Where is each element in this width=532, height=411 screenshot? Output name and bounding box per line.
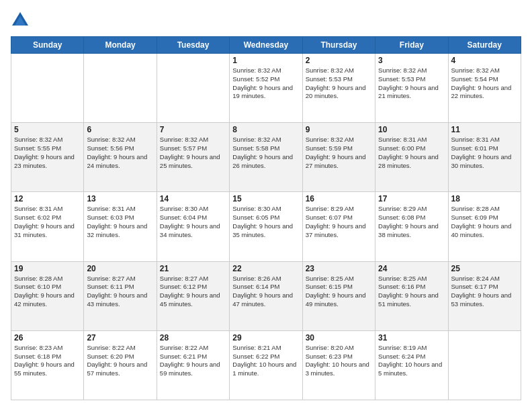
day-info: Sunrise: 8:23 AM Sunset: 6:18 PM Dayligh… xyxy=(14,344,81,378)
calendar-cell: 5Sunrise: 8:32 AM Sunset: 5:55 PM Daylig… xyxy=(11,123,84,192)
calendar-cell xyxy=(448,330,521,400)
calendar-cell: 30Sunrise: 8:20 AM Sunset: 6:23 PM Dayli… xyxy=(302,330,375,400)
calendar-cell: 3Sunrise: 8:32 AM Sunset: 5:53 PM Daylig… xyxy=(375,54,448,123)
calendar-cell: 19Sunrise: 8:28 AM Sunset: 6:10 PM Dayli… xyxy=(11,261,84,330)
day-info: Sunrise: 8:29 AM Sunset: 6:07 PM Dayligh… xyxy=(306,205,372,239)
calendar-cell: 21Sunrise: 8:27 AM Sunset: 6:12 PM Dayli… xyxy=(157,261,229,330)
day-number: 16 xyxy=(306,194,372,203)
header xyxy=(11,11,521,30)
day-info: Sunrise: 8:32 AM Sunset: 5:53 PM Dayligh… xyxy=(306,66,372,101)
day-info: Sunrise: 8:22 AM Sunset: 6:20 PM Dayligh… xyxy=(87,344,153,378)
day-number: 9 xyxy=(306,125,372,134)
calendar-cell: 2Sunrise: 8:32 AM Sunset: 5:53 PM Daylig… xyxy=(302,54,375,123)
calendar-cell: 24Sunrise: 8:25 AM Sunset: 6:16 PM Dayli… xyxy=(375,261,448,330)
calendar-cell: 22Sunrise: 8:26 AM Sunset: 6:14 PM Dayli… xyxy=(230,261,302,330)
calendar-cell: 29Sunrise: 8:21 AM Sunset: 6:22 PM Dayli… xyxy=(230,330,302,400)
calendar-week-row: 1Sunrise: 8:32 AM Sunset: 5:52 PM Daylig… xyxy=(11,54,521,123)
day-info: Sunrise: 8:19 AM Sunset: 6:24 PM Dayligh… xyxy=(378,344,445,378)
day-number: 18 xyxy=(451,194,518,203)
calendar-cell: 20Sunrise: 8:27 AM Sunset: 6:11 PM Dayli… xyxy=(84,261,157,330)
day-number: 25 xyxy=(451,264,518,273)
day-info: Sunrise: 8:20 AM Sunset: 6:23 PM Dayligh… xyxy=(306,344,372,378)
calendar-cell: 14Sunrise: 8:30 AM Sunset: 6:04 PM Dayli… xyxy=(157,192,229,261)
day-info: Sunrise: 8:32 AM Sunset: 5:55 PM Dayligh… xyxy=(14,136,81,170)
calendar-cell: 11Sunrise: 8:31 AM Sunset: 6:01 PM Dayli… xyxy=(448,123,521,192)
calendar-cell: 10Sunrise: 8:31 AM Sunset: 6:00 PM Dayli… xyxy=(375,123,448,192)
day-number: 31 xyxy=(378,333,445,342)
day-number: 11 xyxy=(451,125,518,134)
day-info: Sunrise: 8:28 AM Sunset: 6:09 PM Dayligh… xyxy=(451,205,518,239)
day-info: Sunrise: 8:32 AM Sunset: 5:57 PM Dayligh… xyxy=(160,136,226,170)
page: SundayMondayTuesdayWednesdayThursdayFrid… xyxy=(0,0,532,411)
day-info: Sunrise: 8:32 AM Sunset: 5:54 PM Dayligh… xyxy=(451,66,518,101)
day-number: 28 xyxy=(160,333,226,342)
day-number: 6 xyxy=(87,125,153,134)
weekday-header-row: SundayMondayTuesdayWednesdayThursdayFrid… xyxy=(11,37,521,54)
calendar-cell xyxy=(84,54,157,123)
calendar-cell: 12Sunrise: 8:31 AM Sunset: 6:02 PM Dayli… xyxy=(11,192,84,261)
calendar-cell: 31Sunrise: 8:19 AM Sunset: 6:24 PM Dayli… xyxy=(375,330,448,400)
day-info: Sunrise: 8:32 AM Sunset: 5:53 PM Dayligh… xyxy=(378,66,445,101)
day-info: Sunrise: 8:32 AM Sunset: 5:56 PM Dayligh… xyxy=(87,136,153,170)
weekday-header: Tuesday xyxy=(157,37,229,54)
day-number: 4 xyxy=(451,56,518,65)
calendar-cell: 23Sunrise: 8:25 AM Sunset: 6:15 PM Dayli… xyxy=(302,261,375,330)
day-number: 5 xyxy=(14,125,81,134)
logo-icon xyxy=(11,11,30,30)
day-info: Sunrise: 8:31 AM Sunset: 6:01 PM Dayligh… xyxy=(451,136,518,170)
day-number: 14 xyxy=(160,194,226,203)
day-info: Sunrise: 8:25 AM Sunset: 6:15 PM Dayligh… xyxy=(306,275,372,309)
calendar-cell: 17Sunrise: 8:29 AM Sunset: 6:08 PM Dayli… xyxy=(375,192,448,261)
day-number: 17 xyxy=(378,194,445,203)
day-number: 22 xyxy=(232,264,299,273)
day-number: 27 xyxy=(87,333,153,342)
day-number: 7 xyxy=(160,125,226,134)
weekday-header: Saturday xyxy=(448,37,521,54)
calendar-cell: 9Sunrise: 8:32 AM Sunset: 5:59 PM Daylig… xyxy=(302,123,375,192)
day-info: Sunrise: 8:32 AM Sunset: 5:52 PM Dayligh… xyxy=(232,66,299,101)
calendar-cell: 1Sunrise: 8:32 AM Sunset: 5:52 PM Daylig… xyxy=(230,54,302,123)
day-info: Sunrise: 8:31 AM Sunset: 6:00 PM Dayligh… xyxy=(378,136,445,170)
day-info: Sunrise: 8:29 AM Sunset: 6:08 PM Dayligh… xyxy=(378,205,445,239)
day-info: Sunrise: 8:30 AM Sunset: 6:04 PM Dayligh… xyxy=(160,205,226,239)
day-number: 10 xyxy=(378,125,445,134)
calendar-week-row: 26Sunrise: 8:23 AM Sunset: 6:18 PM Dayli… xyxy=(11,330,521,400)
calendar-cell: 7Sunrise: 8:32 AM Sunset: 5:57 PM Daylig… xyxy=(157,123,229,192)
day-number: 19 xyxy=(14,264,81,273)
day-number: 8 xyxy=(232,125,299,134)
calendar-cell xyxy=(11,54,84,123)
calendar-week-row: 19Sunrise: 8:28 AM Sunset: 6:10 PM Dayli… xyxy=(11,261,521,330)
day-info: Sunrise: 8:28 AM Sunset: 6:10 PM Dayligh… xyxy=(14,275,81,309)
day-info: Sunrise: 8:27 AM Sunset: 6:11 PM Dayligh… xyxy=(87,275,153,309)
day-number: 12 xyxy=(14,194,81,203)
day-number: 13 xyxy=(87,194,153,203)
logo xyxy=(11,11,32,30)
weekday-header: Friday xyxy=(375,37,448,54)
calendar-cell xyxy=(157,54,229,123)
calendar-cell: 27Sunrise: 8:22 AM Sunset: 6:20 PM Dayli… xyxy=(84,330,157,400)
day-info: Sunrise: 8:22 AM Sunset: 6:21 PM Dayligh… xyxy=(160,344,226,378)
day-info: Sunrise: 8:32 AM Sunset: 5:58 PM Dayligh… xyxy=(232,136,299,170)
calendar-cell: 16Sunrise: 8:29 AM Sunset: 6:07 PM Dayli… xyxy=(302,192,375,261)
calendar-cell: 4Sunrise: 8:32 AM Sunset: 5:54 PM Daylig… xyxy=(448,54,521,123)
day-number: 15 xyxy=(232,194,299,203)
day-info: Sunrise: 8:27 AM Sunset: 6:12 PM Dayligh… xyxy=(160,275,226,309)
day-number: 20 xyxy=(87,264,153,273)
day-number: 1 xyxy=(232,56,299,65)
day-number: 3 xyxy=(378,56,445,65)
day-info: Sunrise: 8:30 AM Sunset: 6:05 PM Dayligh… xyxy=(232,205,299,239)
day-number: 24 xyxy=(378,264,445,273)
day-number: 2 xyxy=(306,56,372,65)
calendar-cell: 28Sunrise: 8:22 AM Sunset: 6:21 PM Dayli… xyxy=(157,330,229,400)
day-info: Sunrise: 8:25 AM Sunset: 6:16 PM Dayligh… xyxy=(378,275,445,309)
day-info: Sunrise: 8:26 AM Sunset: 6:14 PM Dayligh… xyxy=(232,275,299,309)
weekday-header: Wednesday xyxy=(230,37,302,54)
weekday-header: Monday xyxy=(84,37,157,54)
weekday-header: Thursday xyxy=(302,37,375,54)
day-info: Sunrise: 8:32 AM Sunset: 5:59 PM Dayligh… xyxy=(306,136,372,170)
calendar-cell: 18Sunrise: 8:28 AM Sunset: 6:09 PM Dayli… xyxy=(448,192,521,261)
day-number: 29 xyxy=(232,333,299,342)
calendar-cell: 15Sunrise: 8:30 AM Sunset: 6:05 PM Dayli… xyxy=(230,192,302,261)
day-number: 30 xyxy=(306,333,372,342)
calendar-cell: 8Sunrise: 8:32 AM Sunset: 5:58 PM Daylig… xyxy=(230,123,302,192)
